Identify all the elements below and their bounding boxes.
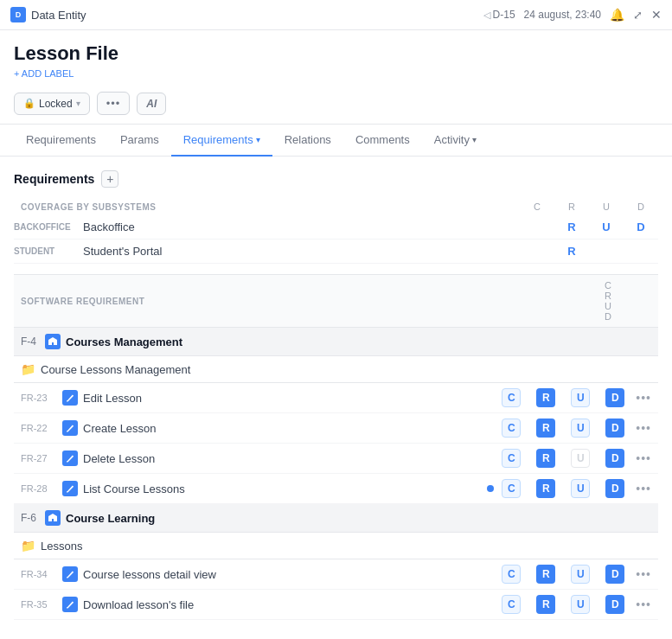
tab-activity[interactable]: Activity ▾: [422, 125, 489, 157]
top-bar: D Data Entity ◁ D-15 24 august, 23:40 🔔 …: [0, 0, 672, 30]
fr22-name: Create Lesson: [83, 422, 494, 435]
fr22-u-cell[interactable]: U: [563, 419, 598, 438]
backoffice-r-badge[interactable]: R: [554, 220, 589, 233]
fr35-crud: C R U D: [494, 595, 632, 614]
fr27-r-cell[interactable]: R: [528, 449, 563, 468]
req-row-fr27: FR-27 Delete Lesson C R U D •••: [14, 444, 658, 474]
subsystem-backoffice-name: Backoffice: [83, 220, 520, 233]
chevron-down-icon: ▾: [256, 135, 260, 144]
backoffice-d-badge[interactable]: D: [624, 220, 658, 233]
course-group-lessons: 📁 Lessons: [14, 533, 658, 559]
student-d-badge: [624, 245, 658, 258]
tab-relations[interactable]: Relations: [272, 125, 343, 157]
app-logo: D: [10, 7, 26, 22]
requirements-section-header: Requirements +: [14, 170, 658, 188]
fr35-d-cell[interactable]: D: [598, 595, 632, 614]
tab-comments[interactable]: Comments: [343, 125, 422, 157]
fr35-icon: [62, 597, 78, 612]
close-icon[interactable]: ✕: [651, 8, 662, 22]
student-r-badge[interactable]: R: [554, 245, 589, 258]
fr27-more-button[interactable]: •••: [636, 451, 651, 465]
fr23-c-cell[interactable]: C: [494, 388, 528, 407]
fr35-u-cell[interactable]: U: [563, 595, 598, 614]
feature-f6-icon: [45, 510, 61, 526]
folder-icon-lessons: 📁: [21, 539, 35, 553]
notification-icon[interactable]: 🔔: [610, 8, 624, 22]
fr23-crud: C R U D: [494, 388, 632, 407]
col-header-r: R: [554, 201, 589, 212]
fr27-u-cell[interactable]: U: [563, 449, 598, 468]
add-requirement-button[interactable]: +: [101, 170, 118, 188]
fr22-more-button[interactable]: •••: [636, 421, 651, 435]
feature-f4-id: F-4: [21, 335, 36, 348]
more-options-button[interactable]: •••: [97, 92, 131, 115]
fr22-d-cell[interactable]: D: [598, 419, 632, 438]
chevron-down-icon: ▾: [76, 99, 80, 108]
subsystems-col-header: COVERAGE BY SUBSYSTEMS C R U D: [14, 198, 658, 215]
fr27-d-cell[interactable]: D: [598, 449, 632, 468]
fr23-r-cell[interactable]: R: [528, 388, 563, 407]
software-req-header-label: SOFTWARE REQUIREMENT: [21, 297, 591, 306]
fr28-more-button[interactable]: •••: [636, 482, 651, 495]
fr23-icon: [62, 390, 78, 406]
fr28-icon: [62, 481, 78, 496]
fr34-name: Course lessons detail view: [83, 568, 494, 581]
tab-params[interactable]: Params: [108, 125, 171, 157]
fr35-id: FR-35: [21, 599, 62, 610]
fr34-more-button[interactable]: •••: [636, 567, 651, 581]
tab-general[interactable]: Requirements: [14, 125, 108, 157]
req-row-fr28: FR-28 List Course Lessons C R U D •••: [14, 474, 658, 504]
app-name: Data Entity: [31, 9, 86, 22]
feature-group-f6: F-6 Course Learning: [14, 504, 658, 533]
fr28-c-cell[interactable]: C: [494, 479, 528, 498]
fr34-u-cell[interactable]: U: [563, 565, 598, 584]
fr28-dot-badge: [487, 485, 494, 492]
student-u-badge: [589, 245, 624, 258]
fr28-d-cell[interactable]: D: [598, 479, 632, 498]
col-header-c: C: [520, 201, 554, 212]
fr35-c-cell[interactable]: C: [494, 595, 528, 614]
locked-button[interactable]: 🔒 Locked ▾: [14, 93, 90, 115]
sw-col-header-c: C: [591, 280, 625, 291]
fr23-name: Edit Lesson: [83, 392, 494, 405]
tabs-bar: Requirements Params Requirements ▾ Relat…: [0, 125, 672, 157]
feature-f4-name: Courses Management: [66, 335, 182, 348]
req-row-fr34: FR-34 Course lessons detail view C R U D…: [14, 559, 658, 590]
sw-col-header-u: U: [591, 301, 625, 311]
app-title-area: D Data Entity: [10, 7, 86, 22]
fr34-d-cell[interactable]: D: [598, 565, 632, 584]
fr23-u-cell[interactable]: U: [563, 388, 598, 407]
tab-requirements[interactable]: Requirements ▾: [171, 125, 272, 157]
fr34-r-cell[interactable]: R: [528, 565, 563, 584]
fr27-name: Delete Lesson: [83, 452, 494, 465]
backoffice-u-badge[interactable]: U: [589, 220, 624, 233]
fr35-r-cell[interactable]: R: [528, 595, 563, 614]
fr34-c-cell[interactable]: C: [494, 565, 528, 584]
fr22-c-cell[interactable]: C: [494, 419, 528, 438]
fr23-d-cell[interactable]: D: [598, 388, 632, 407]
ai-button[interactable]: AI: [137, 93, 166, 115]
requirements-table: COVERAGE BY SUBSYSTEMS C R U D BACKOFFIC…: [14, 198, 658, 620]
fr27-c-cell[interactable]: C: [494, 449, 528, 468]
timestamp: 24 august, 23:40: [524, 9, 601, 21]
fr35-more-button[interactable]: •••: [636, 597, 651, 611]
fr23-more-button[interactable]: •••: [636, 391, 651, 405]
student-crud-badges: R: [520, 245, 658, 258]
add-label-button[interactable]: + ADD LABEL: [14, 68, 74, 79]
fr28-u-cell[interactable]: U: [563, 479, 598, 498]
fr22-r-cell[interactable]: R: [528, 419, 563, 438]
expand-icon[interactable]: ⤢: [633, 9, 643, 22]
fr28-id: FR-28: [21, 483, 62, 494]
chevron-down-icon: ▾: [472, 135, 477, 144]
folder-icon: 📁: [21, 362, 35, 376]
col-header-d: D: [624, 201, 658, 212]
fr23-id: FR-23: [21, 393, 62, 403]
fr28-r-cell[interactable]: R: [528, 479, 563, 498]
fr27-id: FR-27: [21, 453, 62, 463]
lock-icon: 🔒: [23, 98, 35, 109]
task-id[interactable]: ◁ D-15: [483, 9, 515, 21]
sw-col-header-d: D: [591, 311, 625, 322]
subsystem-student-row: STUDENT Student's Portal R: [14, 240, 658, 264]
lessons-group-name: Lessons: [41, 540, 82, 553]
subsystem-backoffice-id: BACKOFFICE: [14, 222, 83, 232]
